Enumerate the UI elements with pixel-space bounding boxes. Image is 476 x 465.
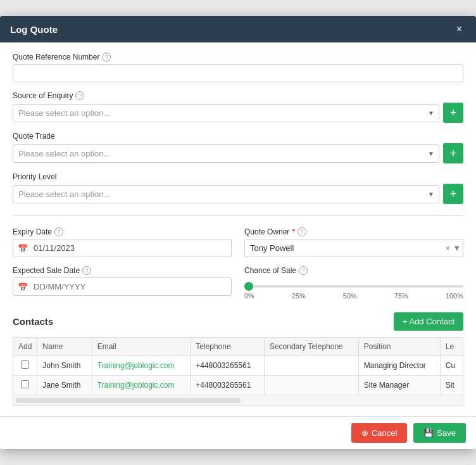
table-horizontal-scrollbar[interactable]	[16, 398, 241, 403]
col-header-telephone: Telephone	[191, 338, 265, 356]
cancel-icon: ⊗	[361, 428, 368, 438]
contact-2-secondary-telephone	[264, 376, 358, 395]
table-row: John Smith Training@joblogic.com +448003…	[13, 356, 463, 376]
contact-1-secondary-telephone	[264, 356, 358, 376]
chance-of-sale-group: Chance of Sale ? 0% 25% 50% 75% 100%	[244, 266, 463, 300]
table-row: Jane Smith Training@joblogic.com +448003…	[13, 376, 463, 395]
contact-2-checkbox[interactable]	[21, 380, 29, 388]
contacts-section: Contacts + Add Contact Add Name Email Te…	[13, 312, 463, 406]
quote-owner-clear-icon[interactable]: ×	[446, 243, 451, 253]
contact-1-email: Training@joblogic.com	[92, 356, 191, 376]
source-enquiry-wrapper: Please select an option... ▼ +	[13, 103, 463, 123]
save-label: Save	[437, 428, 456, 438]
quote-owner-help-icon: ?	[298, 227, 306, 236]
save-button[interactable]: 💾 Save	[413, 423, 466, 443]
quote-trade-select-wrapper: Please select an option... ▼	[13, 144, 439, 163]
expected-sale-date-group: Expected Sale Date ? 📅	[13, 266, 232, 300]
section-divider	[13, 215, 463, 216]
modal-header: Log Quote ×	[0, 16, 476, 42]
chance-of-sale-label: Chance of Sale ?	[244, 266, 463, 275]
quote-owner-icons: × ▼	[446, 243, 461, 253]
quote-trade-select[interactable]: Please select an option...	[13, 144, 439, 163]
contact-2-email-link[interactable]: Training@joblogic.com	[97, 381, 175, 390]
col-header-position: Position	[358, 338, 440, 356]
col-header-add: Add	[13, 338, 37, 356]
priority-level-label: Priority Level	[13, 172, 463, 181]
contact-2-telephone: +448003265561	[191, 376, 265, 395]
quote-owner-wrapper: × ▼	[244, 239, 463, 257]
expected-sale-date-input[interactable]	[13, 277, 232, 296]
expiry-date-help-icon: ?	[54, 227, 63, 236]
chance-of-sale-slider[interactable]	[244, 285, 463, 288]
modal-close-button[interactable]: ×	[453, 22, 466, 36]
quote-owner-input[interactable]	[244, 239, 463, 257]
col-header-email: Email	[92, 338, 191, 356]
contact-1-checkbox-cell	[13, 356, 37, 376]
contacts-title: Contacts	[13, 316, 53, 327]
expiry-date-wrapper: 📅	[13, 239, 232, 257]
chance-of-sale-slider-section: 0% 25% 50% 75% 100%	[244, 277, 463, 300]
expiry-date-input[interactable]	[13, 239, 232, 257]
contact-1-checkbox[interactable]	[21, 360, 29, 369]
expiry-date-group: Expiry Date ? 📅	[13, 227, 232, 257]
contact-1-position: Managing Director	[358, 356, 440, 376]
contact-1-name: John Smith	[37, 356, 92, 376]
quote-trade-label: Quote Trade	[13, 132, 463, 141]
priority-level-add-button[interactable]: +	[443, 184, 463, 204]
contact-2-checkbox-cell	[13, 376, 37, 395]
chance-of-sale-help-icon: ?	[299, 266, 308, 275]
contact-2-name: Jane Smith	[37, 376, 92, 395]
quote-owner-label: Quote Owner * ?	[244, 227, 463, 236]
cancel-button[interactable]: ⊗ Cancel	[351, 423, 407, 443]
expected-sale-date-label: Expected Sale Date ?	[13, 266, 232, 275]
col-header-secondary-telephone: Secondary Telephone	[264, 338, 358, 356]
sale-date-chance-row: Expected Sale Date ? 📅 Chance of Sale ? …	[13, 266, 463, 300]
table-scrollbar-row	[13, 395, 463, 406]
source-enquiry-group: Source of Enquiry ? Please select an opt…	[13, 91, 463, 123]
quote-ref-group: Quote Reference Number ?	[13, 53, 463, 82]
priority-level-group: Priority Level Please select an option..…	[13, 172, 463, 204]
contact-1-le: Cu	[440, 356, 463, 376]
quote-owner-group: Quote Owner * ? × ▼	[244, 227, 463, 257]
priority-level-select[interactable]: Please select an option...	[13, 185, 439, 203]
chance-of-sale-labels: 0% 25% 50% 75% 100%	[244, 292, 463, 300]
expected-sale-date-help-icon: ?	[82, 266, 91, 275]
expected-sale-date-wrapper: 📅	[13, 277, 232, 296]
contacts-header: Contacts + Add Contact	[13, 312, 463, 331]
priority-level-select-wrapper: Please select an option... ▼	[13, 185, 439, 203]
add-contact-button[interactable]: + Add Contact	[394, 312, 463, 331]
quote-owner-dropdown-icon[interactable]: ▼	[453, 243, 461, 253]
contact-1-telephone: +448003265561	[191, 356, 265, 376]
modal-footer: ⊗ Cancel 💾 Save	[0, 416, 476, 449]
quote-trade-add-button[interactable]: +	[443, 143, 463, 163]
contact-1-email-link[interactable]: Training@joblogic.com	[97, 361, 175, 370]
quote-ref-input[interactable]	[13, 64, 463, 82]
contacts-table: Add Name Email Telephone Secondary Telep…	[13, 337, 463, 406]
priority-level-wrapper: Please select an option... ▼ +	[13, 184, 463, 204]
quote-trade-group: Quote Trade Please select an option... ▼…	[13, 132, 463, 163]
contacts-table-header-row: Add Name Email Telephone Secondary Telep…	[13, 338, 463, 356]
source-enquiry-help-icon: ?	[75, 91, 84, 100]
col-header-name: Name	[37, 338, 92, 356]
cancel-label: Cancel	[372, 428, 397, 438]
quote-owner-required: *	[292, 227, 295, 236]
date-owner-row: Expiry Date ? 📅 Quote Owner * ? ×	[13, 227, 463, 257]
contact-2-le: Sit	[440, 376, 463, 395]
contact-2-email: Training@joblogic.com	[92, 376, 191, 395]
source-enquiry-label: Source of Enquiry ?	[13, 91, 463, 100]
source-enquiry-select-wrapper: Please select an option... ▼	[13, 104, 439, 122]
save-icon: 💾	[423, 428, 434, 438]
col-header-le: Le	[440, 338, 463, 356]
log-quote-modal: Log Quote × Quote Reference Number ? Sou…	[0, 16, 476, 449]
quote-ref-help-icon: ?	[102, 53, 111, 61]
modal-body: Quote Reference Number ? Source of Enqui…	[0, 42, 476, 416]
source-enquiry-add-button[interactable]: +	[443, 103, 463, 123]
modal-title: Log Quote	[10, 24, 58, 35]
contact-2-position: Site Manager	[358, 376, 440, 395]
expiry-date-label: Expiry Date ?	[13, 227, 232, 236]
source-enquiry-select[interactable]: Please select an option...	[13, 104, 439, 122]
quote-ref-label: Quote Reference Number ?	[13, 53, 463, 61]
quote-trade-wrapper: Please select an option... ▼ +	[13, 143, 463, 163]
